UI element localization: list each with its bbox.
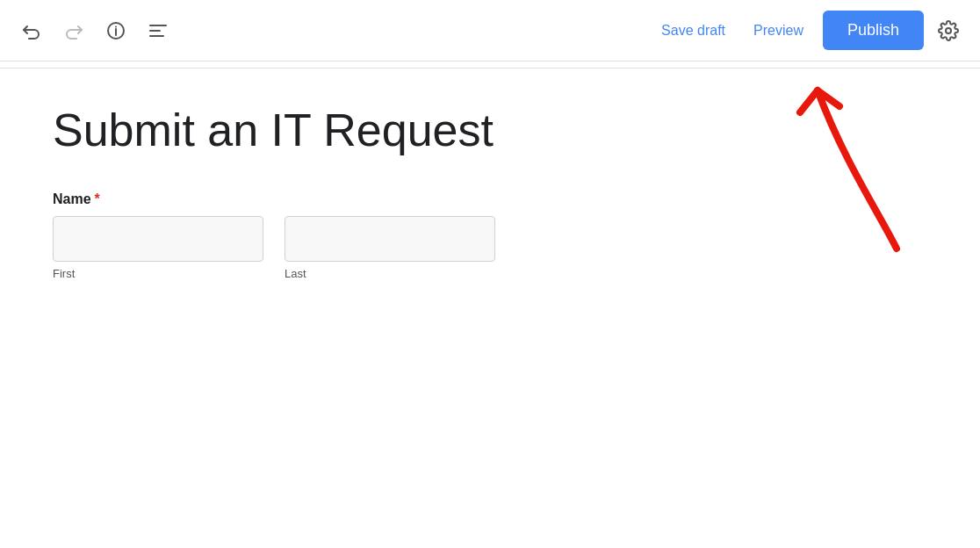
last-name-input[interactable]: [285, 216, 495, 262]
last-name-sublabel: Last: [285, 267, 495, 280]
svg-point-2: [115, 25, 117, 27]
toolbar: Save draft Preview Publish: [0, 0, 980, 61]
main-content: Submit an IT Request Name * First Last: [0, 68, 980, 315]
settings-button[interactable]: [934, 17, 962, 45]
first-name-group: First: [53, 216, 263, 280]
required-star: *: [95, 191, 100, 207]
toolbar-left: [18, 17, 172, 45]
save-draft-button[interactable]: Save draft: [652, 16, 734, 46]
publish-button[interactable]: Publish: [823, 11, 924, 50]
info-icon: [105, 20, 126, 41]
undo-icon: [21, 20, 42, 41]
gear-icon: [938, 20, 959, 41]
name-label-text: Name: [53, 191, 91, 207]
form-title: Submit an IT Request: [53, 104, 927, 156]
toolbar-right: Save draft Preview Publish: [652, 11, 962, 50]
info-button[interactable]: [102, 17, 130, 45]
name-field-label: Name *: [53, 191, 927, 207]
redo-icon: [63, 20, 84, 41]
name-field-group: Name * First Last: [53, 191, 927, 280]
name-inputs-container: First Last: [53, 216, 927, 280]
menu-icon: [148, 20, 169, 41]
first-name-input[interactable]: [53, 216, 263, 262]
first-name-sublabel: First: [53, 267, 263, 280]
preview-button[interactable]: Preview: [745, 16, 812, 46]
menu-button[interactable]: [144, 17, 172, 45]
redo-button[interactable]: [60, 17, 88, 45]
last-name-group: Last: [285, 216, 495, 280]
undo-button[interactable]: [18, 17, 46, 45]
sub-bar: [0, 61, 980, 68]
